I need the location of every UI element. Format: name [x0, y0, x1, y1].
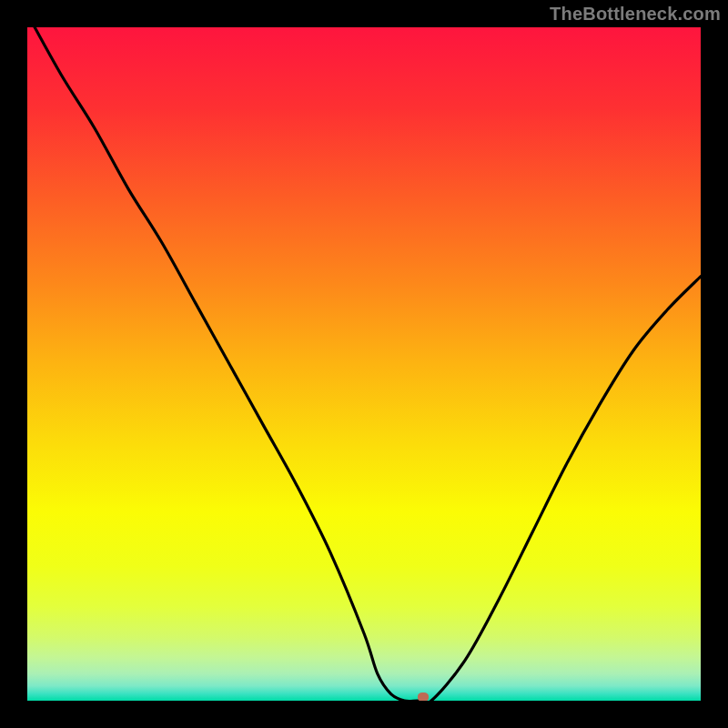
- plot-area: [27, 27, 701, 701]
- plot-background-gradient: [27, 27, 701, 701]
- watermark-text: TheBottleneck.com: [550, 4, 721, 25]
- optimal-point-marker: [418, 693, 429, 701]
- chart-frame: TheBottleneck.com: [0, 0, 728, 728]
- svg-rect-0: [27, 27, 701, 701]
